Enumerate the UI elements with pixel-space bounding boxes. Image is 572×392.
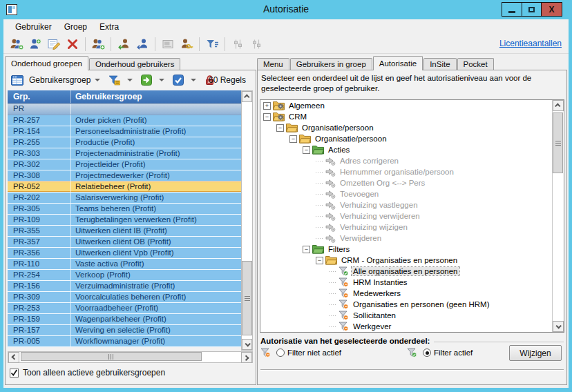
expand-toggle[interactable]: − xyxy=(276,124,284,132)
tree-item[interactable]: Verhuizing verwijderen xyxy=(260,210,552,222)
close-button[interactable]: X xyxy=(541,3,562,16)
table-row[interactable]: PR-303Projectenadministratie (Profit) xyxy=(8,148,241,159)
table-row[interactable]: PR-309Voorcalculaties beheren (Profit) xyxy=(8,292,241,303)
tab-onderhoud-gebruikers[interactable]: Onderhoud gebruikers xyxy=(89,58,180,70)
scroll-down-button[interactable] xyxy=(242,339,252,350)
scroll-down-button[interactable] xyxy=(553,321,564,332)
active-groups-checkbox[interactable]: Toon alleen actieve gebruikersgroepen xyxy=(10,368,165,378)
tree-item[interactable]: Omzetten Org <--> Pers xyxy=(260,177,552,188)
scrollbar-track[interactable] xyxy=(19,352,241,362)
edit-button[interactable] xyxy=(46,37,62,52)
group-row[interactable]: PR xyxy=(8,104,241,115)
table-row[interactable]: PR-356Uitwerken cliënt Vpb (Profit) xyxy=(8,248,241,259)
tree-vertical-scrollbar[interactable] xyxy=(552,100,564,332)
tree-item[interactable]: Organisaties en personen (geen HRM) xyxy=(260,299,552,310)
column-header-gebruikersgroep[interactable]: Gebruikersgroep xyxy=(71,90,241,103)
radio-filter-niet-actief[interactable] xyxy=(276,349,285,357)
tree-item[interactable]: HRM Instanties xyxy=(260,277,552,288)
add-user-button[interactable] xyxy=(27,37,44,52)
scroll-up-button[interactable] xyxy=(242,91,252,102)
table-row[interactable]: PR-157Werving en selectie (Profit) xyxy=(8,325,241,336)
tree-item[interactable]: Medewerkers xyxy=(260,288,552,299)
scrollbar-thumb[interactable] xyxy=(242,261,252,335)
column-header-grp[interactable]: Grp. xyxy=(8,90,71,103)
scroll-right-button[interactable] xyxy=(241,352,252,363)
tree-item[interactable]: −Organisatie/persoon xyxy=(260,133,552,144)
filter-actief-option[interactable]: Filter actief xyxy=(407,348,473,357)
scroll-up-button[interactable] xyxy=(553,100,564,111)
tab-menu[interactable]: Menu xyxy=(257,58,289,70)
move-user-out-button[interactable] xyxy=(134,37,151,52)
tree-item[interactable]: Verwijderen xyxy=(260,233,552,244)
table-row[interactable]: PR-308Projectmedewerker (Profit) xyxy=(8,170,241,182)
tab-insite[interactable]: InSite xyxy=(423,58,456,70)
expand-toggle[interactable]: − xyxy=(303,246,310,253)
tree-item[interactable]: Alle organisaties en personen xyxy=(260,266,552,277)
table-row[interactable]: PR-257Order picken (Profit) xyxy=(8,115,241,126)
menu-extra[interactable]: Extra xyxy=(93,21,125,33)
table-row[interactable]: PR-109Terugbetalingen verwerken (Profit) xyxy=(8,215,241,226)
expand-toggle[interactable]: + xyxy=(263,102,271,110)
tree-item[interactable]: Hernummer organisatie/persoon xyxy=(260,166,552,177)
expand-toggle[interactable]: − xyxy=(316,257,323,264)
table-row[interactable]: PR-357Uitwerken cliënt OB (Profit) xyxy=(8,237,241,248)
table-row[interactable]: PR-302Projectleider (Profit) xyxy=(8,159,241,170)
expand-toggle[interactable]: − xyxy=(303,146,310,154)
move-user-in-button[interactable] xyxy=(115,37,132,52)
view-selector-button[interactable]: Gebruikersgroep xyxy=(9,74,102,87)
table-row[interactable]: PR-156Verzuimadministratie (Profit) xyxy=(8,281,241,292)
table-row[interactable]: PR-052Relatiebeheer (Profit) xyxy=(8,182,241,193)
tab-onderhoud-groepen[interactable]: Onderhoud groepen xyxy=(5,56,88,70)
table-row[interactable]: PR-154Personeelsadministratie (Profit) xyxy=(8,126,241,137)
table-row[interactable]: PR-110Vaste activa (Profit) xyxy=(8,259,241,270)
minimize-button[interactable] xyxy=(502,3,522,16)
scroll-left-button[interactable] xyxy=(8,352,19,363)
table-row[interactable]: PR-159Wagenparkbeheer (Profit) xyxy=(8,314,241,325)
groups-horizontal-scrollbar[interactable] xyxy=(8,351,253,363)
tree-item[interactable]: +Algemeen xyxy=(260,100,552,111)
tab-gebruikers-in-groep[interactable]: Gebruikers in groep xyxy=(290,58,372,70)
expand-toggle[interactable]: − xyxy=(289,135,297,143)
tree-item[interactable]: −Acties xyxy=(260,144,552,155)
go-button[interactable] xyxy=(139,73,166,87)
filter-button[interactable] xyxy=(204,37,220,52)
delete-button[interactable] xyxy=(64,37,81,52)
tree-item[interactable]: −CRM xyxy=(260,111,552,122)
tab-autorisatie[interactable]: Autorisatie xyxy=(373,56,423,70)
user-key-button[interactable] xyxy=(178,37,195,52)
tree-item[interactable]: Werkgever xyxy=(260,321,552,332)
table-row[interactable]: PR-355Uitwerken cliënt IB (Profit) xyxy=(8,226,241,237)
table-row[interactable]: PR-305Teams beheren (Profit) xyxy=(8,204,241,215)
tree-item[interactable]: −CRM - Organisaties en personen xyxy=(260,255,552,266)
menu-groep[interactable]: Groep xyxy=(58,21,93,33)
table-row[interactable]: PR-255Productie (Profit) xyxy=(8,137,241,148)
tree-item[interactable]: Toevoegen xyxy=(260,188,552,199)
tree-item[interactable]: −Filters xyxy=(260,244,552,255)
tree-item[interactable]: Verhuizing wijzigen xyxy=(260,222,552,233)
select-button[interactable] xyxy=(171,73,198,87)
licentieaantallen-link[interactable]: Licentieaantallen xyxy=(499,39,562,48)
radio-filter-actief[interactable] xyxy=(423,349,431,357)
table-row[interactable]: PR-005Workflowmanager (Profit) xyxy=(8,336,241,347)
tree-item[interactable]: Verhuizing vastleggen xyxy=(260,199,552,210)
menu-gebruiker[interactable]: Gebruiker xyxy=(9,21,58,33)
table-row[interactable]: PR-254Verkoop (Profit) xyxy=(8,270,241,281)
table-row[interactable]: PR-253Voorraadbeheer (Profit) xyxy=(8,303,241,314)
tree-item[interactable]: Sollicitanten xyxy=(260,310,552,321)
wijzigen-button[interactable]: Wijzigen xyxy=(509,345,562,361)
scrollbar-track[interactable] xyxy=(553,111,564,321)
tree-item[interactable]: −Organisatie/persoon xyxy=(260,122,552,133)
maximize-button[interactable] xyxy=(522,3,541,16)
table-row[interactable]: PR-202Salarisverwerking (Profit) xyxy=(8,193,241,204)
scrollbar-thumb[interactable] xyxy=(21,352,202,361)
filter-niet-actief-option[interactable]: Filter niet actief xyxy=(260,348,407,357)
groups-vertical-scrollbar[interactable] xyxy=(241,90,253,351)
tab-pocket[interactable]: Pocket xyxy=(457,58,494,70)
grid-filter-button[interactable] xyxy=(106,74,135,87)
expand-toggle[interactable]: − xyxy=(263,113,271,121)
scrollbar-track[interactable] xyxy=(242,102,252,339)
add-group-button[interactable] xyxy=(8,37,25,52)
tree-item[interactable]: Adres corrigeren xyxy=(260,155,552,166)
scrollbar-thumb[interactable] xyxy=(553,112,563,173)
copy-group-button[interactable] xyxy=(90,37,106,52)
